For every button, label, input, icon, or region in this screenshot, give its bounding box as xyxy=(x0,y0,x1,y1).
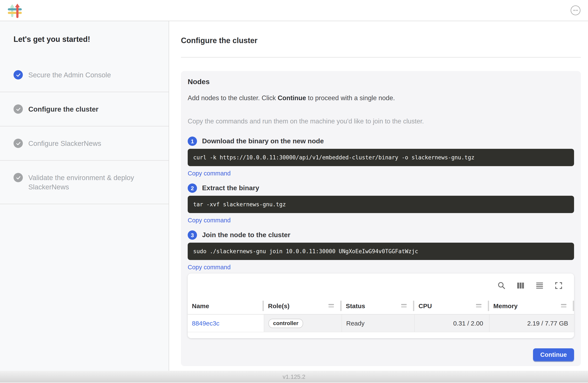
more-menu-button[interactable] xyxy=(571,5,580,15)
app-version: v1.125.2 xyxy=(283,373,305,380)
nodes-heading: Nodes xyxy=(188,78,574,86)
sidebar-item-configure-cluster[interactable]: Configure the cluster xyxy=(0,92,169,127)
step-3-heading: 3 Join the node to the cluster xyxy=(188,230,574,240)
sidebar-item-configure-slackernews[interactable]: Configure SlackerNews xyxy=(0,127,169,161)
column-resize-handle[interactable] xyxy=(413,300,414,311)
table-bottom-spacer xyxy=(188,332,574,338)
step-2-command-codeblock: tar -xvf slackernews-gnu.tgz xyxy=(188,196,574,213)
sidebar-item-label: Validate the environment & deploy Slacke… xyxy=(28,173,151,192)
step-1-heading: 1 Download the binary on the new node xyxy=(188,137,574,146)
column-drag-icon[interactable] xyxy=(561,304,567,307)
step-1-command-codeblock: curl -k https://10.0.0.11:30000/api/v1/e… xyxy=(188,149,574,166)
nodes-table-card: Name Role(s) Status xyxy=(188,274,574,338)
step-3-copy-command-link[interactable]: Copy command xyxy=(188,264,231,271)
search-icon[interactable] xyxy=(497,281,506,290)
column-drag-icon[interactable] xyxy=(401,304,407,307)
column-header-cpu[interactable]: CPU xyxy=(414,297,489,315)
page-title: Configure the cluster xyxy=(181,36,581,45)
sidebar-item-label: Configure SlackerNews xyxy=(28,139,101,148)
nodes-card: Nodes Add nodes to the cluster. Click Co… xyxy=(181,71,581,366)
cell-node-name: 8849ec3c xyxy=(188,315,264,332)
nodes-table: Name Role(s) Status xyxy=(188,297,574,332)
step-2-copy-command-link[interactable]: Copy command xyxy=(188,217,231,224)
nodes-intro-text: Add nodes to the cluster. Click Continue… xyxy=(188,94,574,102)
table-toolbar xyxy=(188,274,574,297)
step-2-heading: 2 Extract the binary xyxy=(188,183,574,193)
continue-button[interactable]: Continue xyxy=(533,348,574,361)
cell-node-roles: controller xyxy=(264,315,341,332)
title-divider xyxy=(181,57,581,58)
show-columns-icon[interactable] xyxy=(516,281,525,290)
check-circle-icon xyxy=(14,173,23,182)
setup-steps-sidebar: Let's get you started! Secure the Admin … xyxy=(0,21,169,371)
step-2-number-badge: 2 xyxy=(188,183,197,193)
cell-node-cpu: 0.31 / 2.00 xyxy=(414,315,489,332)
column-drag-icon[interactable] xyxy=(328,304,334,307)
column-header-roles[interactable]: Role(s) xyxy=(264,297,341,315)
role-chip: controller xyxy=(268,319,303,328)
fullscreen-icon[interactable] xyxy=(554,281,563,290)
step-1-copy-command-link[interactable]: Copy command xyxy=(188,170,231,177)
main-content: Configure the cluster Nodes Add nodes to… xyxy=(169,21,588,371)
copy-commands-hint: Copy the commands and run them on the ma… xyxy=(188,118,574,125)
column-header-memory[interactable]: Memory xyxy=(489,297,574,315)
step-1-number-badge: 1 xyxy=(188,137,197,146)
sidebar-item-validate-deploy[interactable]: Validate the environment & deploy Slacke… xyxy=(0,161,169,204)
check-circle-icon xyxy=(14,139,23,148)
step-3-number-badge: 3 xyxy=(188,230,197,240)
check-circle-icon xyxy=(14,70,23,80)
cell-node-memory: 2.19 / 7.77 GB xyxy=(489,315,574,332)
column-header-status[interactable]: Status xyxy=(341,297,414,315)
row-density-icon[interactable] xyxy=(535,281,544,290)
sidebar-title: Let's get you started! xyxy=(0,21,169,58)
top-bar xyxy=(0,0,588,21)
column-drag-icon[interactable] xyxy=(476,304,482,307)
slackernews-logo-icon xyxy=(7,2,23,18)
column-resize-handle[interactable] xyxy=(262,300,264,311)
node-name-link[interactable]: 8849ec3c xyxy=(192,319,219,327)
cell-node-status: Ready xyxy=(341,315,414,332)
sidebar-item-label: Secure the Admin Console xyxy=(28,70,111,80)
column-resize-handle[interactable] xyxy=(573,300,574,311)
column-resize-handle[interactable] xyxy=(340,300,341,311)
step-3-command-codeblock: sudo ./slackernews-gnu join 10.0.0.11:30… xyxy=(188,243,574,260)
sidebar-item-secure-admin-console[interactable]: Secure the Admin Console xyxy=(0,58,169,92)
column-header-name[interactable]: Name xyxy=(188,297,264,315)
footer: v1.125.2 xyxy=(0,371,588,383)
check-circle-icon xyxy=(14,105,23,114)
column-resize-handle[interactable] xyxy=(488,300,489,311)
sidebar-item-label: Configure the cluster xyxy=(28,105,99,114)
